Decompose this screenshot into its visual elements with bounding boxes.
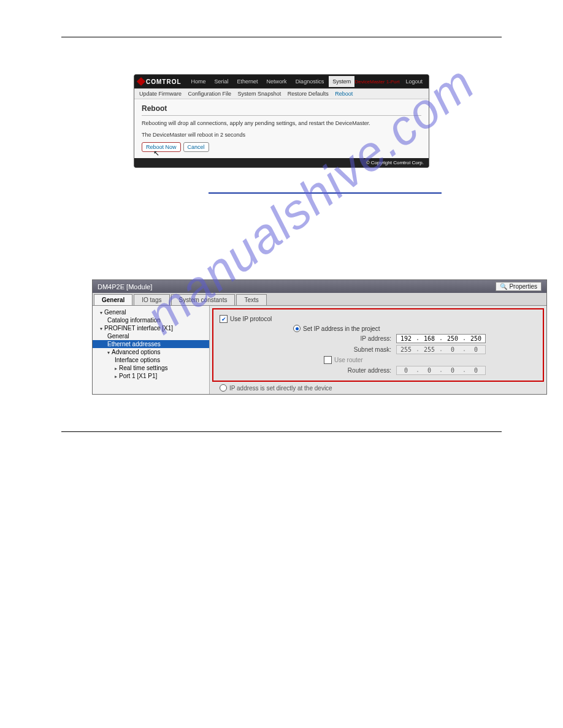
nav-diagnostics[interactable]: Diagnostics	[292, 76, 328, 87]
ip-address-label: IP address:	[220, 335, 396, 342]
reboot-countdown-text: The DeviceMaster will reboot in 2 second…	[142, 131, 421, 139]
logo-icon	[137, 77, 145, 86]
ip-seg-2[interactable]	[420, 335, 439, 343]
footer-copyright: © Copyright Comtrol Corp.	[134, 158, 429, 167]
ip-seg-4[interactable]	[467, 335, 485, 343]
logout-link[interactable]: Logout	[403, 78, 425, 85]
nav-ethernet[interactable]: Ethernet	[234, 76, 262, 87]
router-seg-4	[467, 366, 485, 374]
router-seg-1	[397, 366, 415, 374]
tab-io-tags[interactable]: IO tags	[134, 294, 169, 305]
reboot-description: Rebooting will drop all connections, app…	[142, 119, 421, 127]
tia-properties-window: DM4P2E [Module] 🔍 Properties General IO …	[92, 279, 547, 395]
tree-port1[interactable]: Port 1 [X1 P1]	[93, 372, 209, 380]
tree-interface-options[interactable]: Interface options	[93, 356, 209, 364]
subnav-configuration-file[interactable]: Configuration File	[188, 91, 232, 97]
use-ip-protocol-checkbox[interactable]: ✔	[220, 315, 228, 323]
ip-seg-1[interactable]	[397, 335, 415, 343]
subnav-reboot[interactable]: Reboot	[335, 91, 353, 97]
subnet-mask-input: . . .	[396, 345, 486, 354]
tree-real-time-settings[interactable]: Real time settings	[93, 364, 209, 372]
tia-titlebar: DM4P2E [Module] 🔍 Properties	[93, 280, 546, 293]
use-router-label: Use router	[334, 357, 363, 363]
tia-tabs: General IO tags System constants Texts	[93, 293, 546, 306]
tree-ethernet-addresses[interactable]: Ethernet addresses	[93, 340, 209, 348]
ip-direct-at-device-label: IP address is set directly at the device	[229, 385, 332, 392]
ip-settings-highlight-box: ✔ Use IP protocol Set IP address in the …	[212, 308, 544, 382]
subnav-update-firmware[interactable]: Update Firmware	[139, 91, 182, 97]
router-seg-3	[443, 366, 462, 374]
subnet-mask-label: Subnet mask:	[220, 346, 396, 353]
subnet-seg-3	[443, 346, 462, 354]
cancel-button[interactable]: Cancel	[183, 142, 209, 152]
tab-texts[interactable]: Texts	[236, 294, 266, 305]
properties-label: Properties	[509, 283, 537, 290]
tree-catalog-information[interactable]: Catalog information	[93, 316, 209, 324]
ip-address-input[interactable]: . . .	[396, 334, 486, 343]
section-separator	[209, 192, 442, 194]
reboot-web-ui: COMTROL Home Serial Ethernet Network Dia…	[134, 74, 429, 168]
subnav-restore-defaults[interactable]: Restore Defaults	[288, 91, 329, 97]
subnav-system-snapshot[interactable]: System Snapshot	[238, 91, 282, 97]
nav-home[interactable]: Home	[188, 76, 210, 87]
sub-nav: Update Firmware Configuration File Syste…	[134, 88, 429, 99]
set-ip-in-project-label: Set IP address in the project	[303, 325, 380, 332]
reboot-now-button[interactable]: Reboot Now ↖	[142, 142, 181, 152]
main-nav: Home Serial Ethernet Network Diagnostics…	[188, 76, 355, 87]
brand-text: COMTROL	[146, 78, 182, 85]
top-menu-bar: COMTROL Home Serial Ethernet Network Dia…	[134, 75, 429, 88]
tab-system-constants[interactable]: System constants	[171, 294, 236, 305]
ip-seg-3[interactable]	[443, 335, 462, 343]
subnet-seg-2	[420, 346, 439, 354]
tab-general[interactable]: General	[94, 294, 132, 305]
tree-profinet-interface[interactable]: PROFINET interface [X1]	[93, 324, 209, 332]
nav-serial[interactable]: Serial	[211, 76, 232, 87]
nav-system[interactable]: System	[329, 76, 354, 87]
router-address-label: Router address:	[220, 367, 396, 374]
bottom-separator	[61, 431, 502, 432]
top-separator	[61, 37, 502, 37]
tree-general[interactable]: General	[93, 308, 209, 316]
router-address-input: . . .	[396, 366, 486, 375]
subnet-seg-4	[467, 346, 485, 354]
search-icon: 🔍	[500, 283, 507, 290]
tia-window-title: DM4P2E [Module]	[98, 283, 152, 290]
cursor-icon: ↖	[153, 149, 159, 157]
tree-general-sub[interactable]: General	[93, 332, 209, 340]
brand-logo: COMTROL	[138, 78, 182, 85]
router-seg-2	[420, 366, 439, 374]
device-status-text: DeviceMaster 1-Port	[355, 79, 404, 85]
tree-advanced-options[interactable]: Advanced options	[93, 348, 209, 356]
ip-direct-at-device-radio[interactable]	[220, 384, 227, 392]
properties-button[interactable]: 🔍 Properties	[496, 282, 542, 291]
use-ip-protocol-label: Use IP protocol	[230, 316, 272, 322]
subnet-seg-1	[397, 346, 415, 354]
set-ip-in-project-radio[interactable]	[293, 325, 301, 332]
reboot-heading: Reboot	[142, 103, 421, 116]
reboot-content: Reboot Rebooting will drop all connectio…	[134, 99, 429, 158]
nav-network[interactable]: Network	[263, 76, 291, 87]
tia-main-panel: ✔ Use IP protocol Set IP address in the …	[210, 306, 546, 394]
use-router-checkbox[interactable]: ✔	[324, 356, 332, 364]
navigation-tree: General Catalog information PROFINET int…	[93, 306, 210, 394]
reboot-now-label: Reboot Now	[146, 144, 177, 150]
